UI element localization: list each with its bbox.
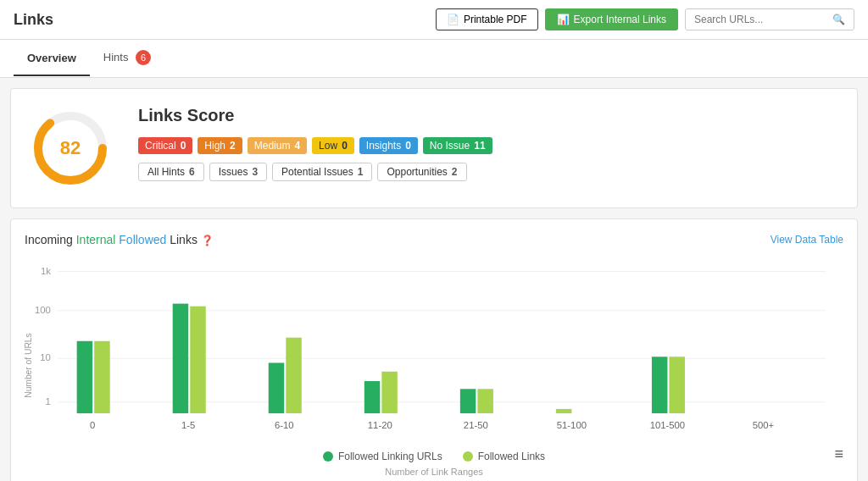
chart-card: Incoming Internal Followed Links ❓ View … [10,218,858,481]
svg-text:51-100: 51-100 [557,420,587,430]
search-icon: 🔍 [832,14,845,25]
chart-title-internal: Internal [76,233,120,246]
score-donut: 82 [28,106,113,191]
tab-hints[interactable]: Hints 6 [90,40,164,77]
chart-title-followed: Followed [119,233,170,246]
score-details: Links Score Critical 0High 2Medium 4Low … [138,106,840,181]
badge-high[interactable]: High 2 [198,137,242,154]
pdf-icon: 📄 [447,14,459,25]
hint-filter-issues[interactable]: Issues 3 [209,163,267,181]
top-bar: Links 📄 Printable PDF 📊 Export Internal … [0,0,868,40]
svg-text:11-20: 11-20 [368,420,392,430]
badge-low[interactable]: Low 0 [312,137,354,154]
view-data-table-link[interactable]: View Data Table [771,234,843,246]
page-title: Links [14,11,436,29]
donut-score-value: 82 [60,137,81,159]
svg-text:1: 1 [46,396,51,406]
badge-medium[interactable]: Medium 4 [248,137,307,154]
chart-title: Incoming Internal Followed Links ❓ [25,233,214,246]
search-box[interactable]: 🔍 [685,8,854,30]
bar-4-linking [460,389,476,413]
bar-1-linking [173,304,188,413]
chart-area: 1k 100 10 1 Number of URLs [25,255,843,441]
chart-legend: Followed Linking URLs Followed Links [323,451,545,462]
chart-header: Incoming Internal Followed Links ❓ View … [25,233,843,246]
svg-text:100: 100 [35,305,51,315]
score-badges: Critical 0High 2Medium 4Low 0Insights 0N… [138,137,840,154]
bar-1-links [190,307,205,413]
chart-svg: 1k 100 10 1 Number of URLs [25,255,843,441]
top-actions: 📄 Printable PDF 📊 Export Internal Links … [436,8,854,30]
svg-text:101-500: 101-500 [650,420,685,430]
bar-0-links [94,341,109,413]
bar-6-linking [652,357,667,413]
hint-filters: All Hints 6Issues 3Potential Issues 1Opp… [138,163,840,181]
svg-text:6-10: 6-10 [275,420,294,430]
chart-menu-icon[interactable]: ≡ [835,445,844,463]
score-content: 82 Links Score Critical 0High 2Medium 4L… [28,106,840,191]
hint-filter-potential-issues[interactable]: Potential Issues 1 [272,163,372,181]
export-icon: 📊 [557,14,570,25]
chart-title-incoming: Incoming [25,233,76,246]
search-input[interactable] [694,14,828,25]
svg-text:1k: 1k [41,266,51,276]
svg-text:500+: 500+ [753,420,775,430]
svg-text:0: 0 [90,420,95,430]
export-internal-links-button[interactable]: 📊 Export Internal Links [545,8,678,30]
tabs-bar: Overview Hints 6 [0,40,868,78]
hint-filter-opportunities[interactable]: Opportunities 2 [377,163,466,181]
legend-followed-linking-urls: Followed Linking URLs [323,451,442,462]
hint-filter-all-hints[interactable]: All Hints 6 [138,163,204,181]
bar-5-links [556,409,571,413]
bar-0-linking [77,341,92,413]
legend-dot-linking [323,451,333,462]
bar-6-links [669,357,684,413]
svg-text:1-5: 1-5 [181,420,195,430]
bar-4-links [477,389,492,413]
badge-noissue[interactable]: No Issue 11 [423,137,492,154]
bar-3-links [381,372,397,413]
badge-insights[interactable]: Insights 0 [359,137,418,154]
hints-badge: 6 [136,50,151,65]
bar-2-links [286,338,301,413]
legend-followed-links: Followed Links [463,451,545,462]
question-icon[interactable]: ❓ [201,235,214,246]
legend-dot-links [463,451,473,462]
badge-critical[interactable]: Critical 0 [138,137,192,154]
printable-pdf-button[interactable]: 📄 Printable PDF [436,8,538,30]
tab-overview[interactable]: Overview [14,41,90,76]
score-title: Links Score [138,106,840,125]
svg-text:10: 10 [40,352,51,362]
x-axis-label: Number of Link Ranges [25,467,843,477]
svg-text:21-50: 21-50 [464,420,488,430]
bar-3-linking [364,381,380,413]
svg-text:Number of URLs: Number of URLs [25,333,33,397]
bar-2-linking [269,362,284,413]
chart-title-links: Links [170,233,201,246]
score-card: 82 Links Score Critical 0High 2Medium 4L… [10,88,858,208]
